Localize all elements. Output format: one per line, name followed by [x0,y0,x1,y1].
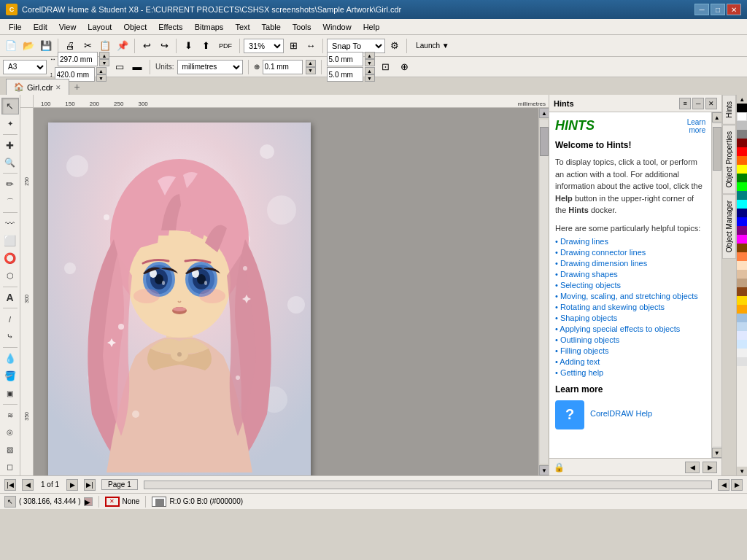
color-swatch-gainsboro[interactable] [737,357,747,366]
hints-menu-button[interactable]: ≡ [679,98,691,109]
next-page-button[interactable]: ▶ [66,479,78,491]
tool-ellipse[interactable]: ⭕ [1,250,19,267]
coreldraw-help-link[interactable]: CorelDRAW Help [590,409,652,418]
menu-help[interactable]: Help [357,19,386,35]
width-up[interactable]: ▲ [99,52,109,59]
menu-window[interactable]: Window [317,19,357,35]
hints-link-shaping[interactable]: • Shaping objects [555,314,705,322]
tool-bezier[interactable]: ⌒ [1,193,19,210]
zoom-to-page[interactable]: ⊞ [285,38,301,54]
width-down[interactable]: ▼ [99,59,109,66]
status-expand-button[interactable]: ▶ [84,497,93,506]
y-up[interactable]: ▲ [365,67,375,74]
height-up[interactable]: ▲ [96,67,107,74]
minimize-button[interactable]: ─ [694,4,709,15]
nudge-input[interactable] [263,60,303,74]
y-input[interactable] [327,67,363,82]
hints-forward-button[interactable]: ▶ [703,462,717,473]
object-properties-tab[interactable]: Object Properties [722,125,736,194]
color-swatch-tan[interactable] [737,270,747,279]
new-button[interactable]: 📄 [3,38,19,54]
tool-dimension[interactable]: / [1,311,19,327]
export-button[interactable]: ⬆ [198,38,214,54]
menu-table[interactable]: Table [256,19,287,35]
add-tab-button[interactable]: + [69,79,84,95]
tab-close-button[interactable]: ✕ [55,84,61,91]
portrait-button[interactable]: ▭ [112,59,127,75]
height-down[interactable]: ▼ [96,74,107,82]
menu-tools[interactable]: Tools [287,19,317,35]
menu-edit[interactable]: Edit [28,19,53,35]
tool-pan[interactable]: ✚ [1,137,19,154]
paste-button[interactable]: 📌 [115,38,131,54]
color-swatch-gold[interactable] [737,296,747,305]
tool-fill[interactable]: 🪣 [1,368,19,384]
hints-link-adding-text[interactable]: • Adding text [555,357,705,366]
color-swatch-orange[interactable] [737,156,747,165]
color-swatch-yellow[interactable] [737,165,747,174]
tool-text[interactable]: A [1,289,19,306]
x-input[interactable] [327,52,363,66]
hints-link-getting-help[interactable]: • Getting help [555,368,705,377]
launch-btn[interactable]: Launch ▼ [411,38,454,54]
color-swatch-lightblue[interactable] [737,314,747,322]
y-down[interactable]: ▼ [365,74,375,82]
color-swatch-purple[interactable] [737,226,747,235]
color-swatch-navy[interactable] [737,209,747,217]
lock-icon[interactable]: 🔒 [554,462,565,472]
x-up[interactable]: ▲ [365,52,375,59]
tool-contour[interactable]: ◎ [1,424,19,441]
redo-button[interactable]: ↪ [156,38,172,54]
color-swatch-green[interactable] [737,174,747,182]
color-swatch-teal[interactable] [737,191,747,200]
hints-link-moving-scaling[interactable]: • Moving, scaling, and stretching object… [555,292,705,300]
color-swatch-cyan[interactable] [737,200,747,209]
landscape-button[interactable]: ▬ [130,59,144,75]
close-button[interactable]: ✕ [727,4,741,15]
color-swatch-saddlebrown[interactable] [737,287,747,296]
menu-bitmaps[interactable]: Bitmaps [189,19,230,35]
tool-freehand[interactable]: ✏ [1,176,19,192]
hints-link-rotating[interactable]: • Rotating and skewing objects [555,303,705,311]
page-width-input[interactable] [58,52,98,66]
open-button[interactable]: 📂 [20,38,36,54]
tool-artistic-media[interactable]: 〰 [1,215,19,232]
document-tab[interactable]: 🏠 Girl.cdr ✕ [6,79,69,95]
snap-to-combo[interactable]: Snap To [327,39,385,53]
palette-scroll-up[interactable]: ▲ [737,95,747,104]
last-page-button[interactable]: ▶| [84,479,96,491]
add-page-button[interactable]: ⊕ [397,59,413,75]
x-down[interactable]: ▼ [365,59,375,66]
page-tab[interactable]: Page 1 [101,479,138,490]
hints-scroll-thumb[interactable] [713,127,721,171]
hints-back-button[interactable]: ◀ [685,462,700,473]
color-swatch-black[interactable] [737,104,747,112]
menu-view[interactable]: View [53,19,82,35]
menu-text[interactable]: Text [229,19,255,35]
object-manager-tab[interactable]: Object Manager [722,194,736,259]
hints-minimize-button[interactable]: ─ [692,98,704,109]
color-swatch-peach[interactable] [737,261,747,270]
menu-file[interactable]: File [3,19,28,35]
tool-shadow[interactable]: ▨ [1,441,19,458]
hints-close-button[interactable]: ✕ [705,98,717,109]
canvas-scroll-thumb[interactable] [540,127,549,156]
zoom-combo[interactable]: 31% 50% 100% [244,39,284,53]
prev-page-button[interactable]: ◀ [22,479,34,491]
color-swatch-khaki[interactable] [737,279,747,287]
bottom-scrollbar[interactable] [144,481,712,489]
maximize-button[interactable]: □ [711,4,725,15]
color-swatch-coral[interactable] [737,252,747,261]
color-swatch-red[interactable] [737,147,747,156]
units-combo[interactable]: millimetres [177,60,243,74]
color-swatch-gray[interactable] [737,130,747,139]
hints-link-dimension-lines[interactable]: • Drawing dimension lines [555,259,705,268]
tool-blend[interactable]: ≋ [1,407,19,424]
color-swatch-aliceblue[interactable] [737,322,747,331]
hints-scroll-down[interactable]: ▼ [712,448,722,458]
color-swatch-blue[interactable] [737,217,747,226]
tool-select[interactable]: ↖ [1,98,19,114]
tool-smart-fill[interactable]: ▣ [1,385,19,402]
nudge-up[interactable]: ▲ [306,60,316,67]
canvas-vscrollbar[interactable]: ▲ ▼ [538,108,549,475]
